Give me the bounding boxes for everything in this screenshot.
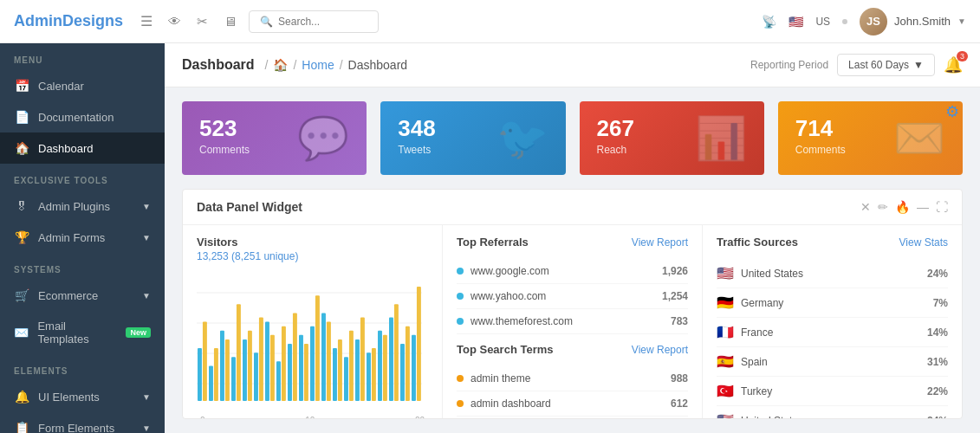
breadcrumb-sep: / — [265, 58, 269, 72]
top-referrals-header: Top Referrals View Report — [457, 236, 688, 249]
svg-rect-27 — [327, 322, 331, 401]
panel-actions: ✕ ✏ 🔥 — ⛶ — [860, 200, 948, 214]
bell-icon: 🔔 — [14, 390, 29, 404]
chart-xaxis: 0 10 20 — [197, 416, 428, 418]
bar-chart-svg — [197, 271, 422, 410]
sidebar-item-admin-forms[interactable]: 🏆 Admin Forms ▼ — [0, 222, 165, 253]
stat-card-comments1: 523 Comments 💬 — [182, 101, 367, 175]
elements-section-label: ELEMENTS — [0, 354, 165, 381]
sidebar-item-label: Documentation — [38, 111, 114, 124]
sidebar-item-ui-elements[interactable]: 🔔 UI Elements ▼ — [0, 381, 165, 412]
svg-rect-22 — [299, 335, 303, 401]
gear-icon: ⚙ — [945, 103, 959, 120]
traffic-item: 🇹🇷 Turkey 22% — [717, 377, 948, 406]
chart-sub: 13,253 (8,251 unique) — [197, 250, 428, 262]
svg-rect-43 — [417, 287, 421, 401]
search-input[interactable] — [278, 16, 373, 28]
svg-rect-37 — [383, 335, 387, 401]
menu-icon[interactable]: ☰ — [140, 13, 153, 29]
sidebar-item-email-templates[interactable]: ✉️ Email Templates New — [0, 311, 165, 354]
monitor-icon[interactable]: 🖥 — [224, 14, 237, 29]
ref-name: www.yahoo.com — [471, 290, 655, 302]
period-button[interactable]: Last 60 Days ▼ — [837, 54, 935, 76]
edit-panel-icon[interactable]: ✏ — [878, 200, 888, 214]
stat-card-reach: 267 Reach 📊 — [580, 101, 764, 175]
stat-icon-reach: 📊 — [695, 114, 747, 163]
home-breadcrumb-icon: 🏠 — [273, 58, 288, 72]
traffic-pct: 7% — [933, 297, 948, 309]
sidebar-item-label: Calendar — [38, 80, 84, 93]
panel-body: Visitors 13,253 (8,251 unique) 0 10 20 — [183, 225, 962, 418]
svg-rect-4 — [198, 348, 202, 401]
view-referrals-link[interactable]: View Report — [632, 236, 688, 249]
sidebar-item-label: Form Elements — [38, 422, 114, 434]
view-traffic-link[interactable]: View Stats — [899, 236, 948, 249]
cart-icon: 🛒 — [14, 288, 29, 302]
traffic-item: 🇺🇸 United States 24% — [717, 406, 948, 418]
svg-rect-33 — [360, 318, 365, 401]
stat-card-comments2: 714 Comments ✉️ — [778, 101, 963, 175]
sidebar-item-form-elements[interactable]: 📋 Form Elements ▼ — [0, 412, 165, 433]
svg-rect-31 — [349, 331, 354, 401]
sidebar-item-documentation[interactable]: 📄 Documentation — [0, 101, 165, 132]
view-search-link[interactable]: View Report — [632, 344, 688, 356]
ref-val: 1,254 — [662, 290, 688, 302]
search-box[interactable]: 🔍 — [249, 10, 379, 33]
flag-icon: 🇺🇸 — [789, 15, 803, 29]
home-breadcrumb-link[interactable]: Home — [302, 58, 334, 72]
search-dot — [457, 400, 464, 407]
dashboard-breadcrumb: Dashboard — [348, 58, 408, 72]
breadcrumb-sep: / — [340, 58, 343, 72]
us-flag: 🇺🇸 — [717, 265, 734, 281]
page-title: Dashboard — [182, 57, 255, 73]
sidebar-item-calendar[interactable]: 📅 Calendar — [0, 70, 165, 101]
arrow-icon: ▼ — [142, 392, 151, 402]
ref-dot — [457, 318, 464, 325]
close-panel-icon[interactable]: ✕ — [860, 200, 871, 214]
traffic-pct: 14% — [927, 326, 948, 339]
systems-section-label: SYSTEMS — [0, 253, 165, 280]
gear-button[interactable]: ⚙ — [945, 102, 959, 121]
logo-designs: Designs — [62, 12, 123, 29]
us-flag2: 🇺🇸 — [717, 412, 734, 418]
divider — [842, 19, 847, 24]
traffic-title: Traffic Sources — [717, 236, 798, 249]
search-dot — [457, 375, 464, 382]
antenna-icon: 📡 — [762, 15, 776, 29]
sidebar-item-dashboard[interactable]: 🏠 Dashboard — [0, 132, 165, 164]
notification-bell[interactable]: 🔔 3 — [944, 55, 963, 74]
dropdown-icon: ▼ — [913, 59, 924, 71]
user-menu[interactable]: JS John.Smith ▼ — [860, 8, 966, 36]
avatar: JS — [860, 8, 887, 36]
sidebar-item-admin-plugins[interactable]: 🎖 Admin Plugins ▼ — [0, 191, 165, 222]
search-item: admin template 256 — [457, 417, 688, 418]
minimize-panel-icon[interactable]: — — [917, 200, 929, 214]
svg-rect-35 — [372, 348, 376, 401]
country-name: Germany — [741, 297, 926, 309]
medal-icon: 🎖 — [14, 199, 29, 213]
svg-rect-41 — [406, 326, 410, 401]
eye-icon[interactable]: 👁 — [168, 14, 181, 29]
top-search-header: Top Search Terms View Report — [457, 343, 688, 356]
country-name: Spain — [741, 356, 920, 368]
ref-item: www.yahoo.com 1,254 — [457, 284, 688, 309]
expand-panel-icon[interactable]: ⛶ — [936, 200, 948, 214]
fr-flag: 🇫🇷 — [717, 324, 734, 340]
exclusive-section-label: EXCLUSIVE TOOLS — [0, 164, 165, 191]
stat-icon-tweets: 🐦 — [496, 114, 548, 163]
x-label-20: 20 — [415, 416, 425, 418]
svg-rect-8 — [220, 331, 224, 401]
content-header: Dashboard / 🏠 / Home / Dashboard Reporti… — [165, 43, 980, 87]
user-dropdown-icon: ▼ — [957, 16, 966, 26]
breadcrumb-sep: / — [293, 58, 296, 72]
username-label: John.Smith — [894, 15, 951, 28]
scissors-icon[interactable]: ✂ — [197, 14, 208, 29]
svg-rect-26 — [321, 313, 326, 401]
svg-rect-29 — [338, 339, 342, 401]
country-name: France — [741, 326, 920, 339]
svg-rect-14 — [254, 352, 258, 401]
refresh-panel-icon[interactable]: 🔥 — [895, 200, 910, 214]
svg-rect-18 — [276, 361, 281, 401]
traffic-pct: 22% — [927, 385, 948, 397]
sidebar-item-ecommerce[interactable]: 🛒 Ecommerce ▼ — [0, 280, 165, 311]
